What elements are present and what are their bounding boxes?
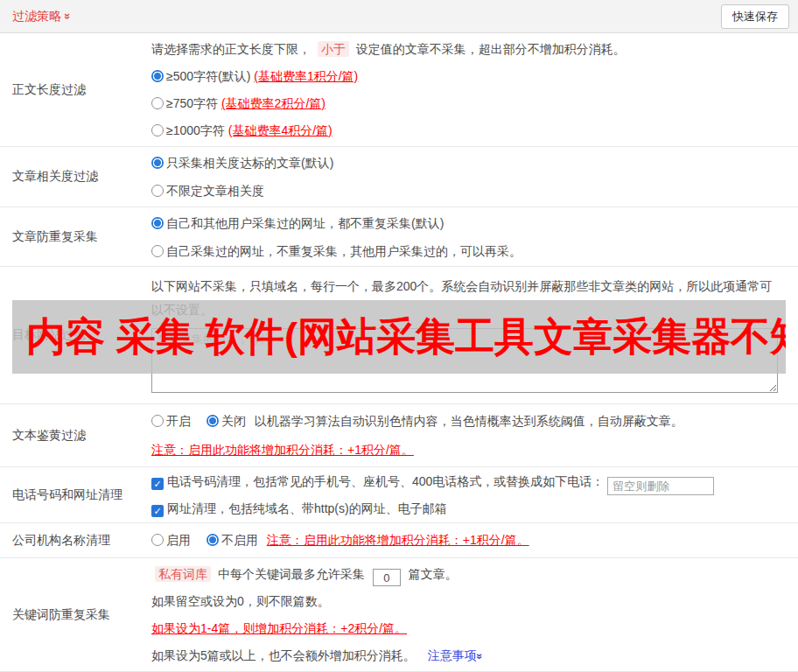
option-label: 不限定文章相关度 (166, 184, 264, 198)
section-header-filter-strategy[interactable]: 过滤策略 » (12, 9, 71, 24)
radio-option-relevance-only[interactable]: 只采集相关度达标的文章(默认) (151, 149, 784, 177)
checkbox-checked-icon[interactable]: ✓ (151, 505, 164, 517)
radio-option-porn-on[interactable]: 开启 (151, 414, 191, 428)
porn-filter-description: 以机器学习算法自动识别色情内容，当色情概率达到系统阈值，自动屏蔽文章。 (255, 414, 683, 428)
limit-text-mid: 中每个关键词最多允许采集 (218, 567, 365, 581)
option-label: 开启 (166, 414, 191, 428)
option-label: 网址清理，包括纯域名、带http(s)的网址、电子邮箱 (167, 501, 447, 515)
radio-checked-icon[interactable] (206, 415, 219, 427)
checkbox-option-url-cleanup[interactable]: ✓网址清理，包括纯域名、带http(s)的网址、电子邮箱 (151, 495, 784, 522)
base-rate-note: (基础费率2积分/篇) (221, 96, 326, 110)
target-sites-description: 以下网站不采集，只填域名，每行一个，最多200个。系统会自动识别并屏蔽那些非文章… (151, 275, 784, 322)
radio-option-company-off[interactable]: 不启用 (206, 533, 258, 547)
option-label: 不启用 (221, 533, 258, 547)
row-label-relevance: 文章相关度过滤 (0, 169, 151, 185)
note-text: 如果设为5篇或以上，也不会额外增加积分消耗。 (151, 648, 416, 662)
row-relevance-filter: 文章相关度过滤 只采集相关度达标的文章(默认) 不限定文章相关度 (0, 147, 798, 207)
radio-unchecked-icon[interactable] (151, 245, 164, 257)
notice-link[interactable]: 注意事项» (428, 648, 483, 662)
checkbox-checked-icon[interactable]: ✓ (151, 478, 164, 490)
radio-unchecked-icon[interactable] (151, 415, 164, 427)
notice-link-label: 注意事项 (428, 648, 477, 662)
intro-prefix: 请选择需求的正文长度下限， (151, 42, 311, 56)
chevron-double-down-icon: » (62, 13, 74, 19)
row-label-company-cleanup: 公司机构名称清理 (0, 533, 151, 549)
row-content-length-filter: 正文长度过滤 请选择需求的正文长度下限， 小于 设定值的文章不采集，超出部分不增… (0, 33, 798, 147)
option-label: 启用 (166, 533, 191, 547)
row-label-content-length: 正文长度过滤 (0, 82, 151, 98)
option-label: ≥750字符 (166, 96, 218, 110)
row-company-name-cleanup: 公司机构名称清理 启用 不启用 注意：启用此功能将增加积分消耗：+1积分/篇。 (0, 523, 798, 558)
radio-option-porn-off[interactable]: 关闭 (206, 414, 246, 428)
radio-unchecked-icon[interactable] (151, 97, 164, 109)
checkbox-option-phone-cleanup[interactable]: ✓电话号码清理，包括常见的手机号、座机号、400电话格式，或替换成如下电话： (151, 468, 784, 495)
option-label: 自己采集过的网址，不重复采集，其他用户采集过的，可以再采。 (166, 244, 522, 258)
row-target-site-filter: 目标网站过滤 以下网站不采集，只填域名，每行一个，最多200个。系统会自动识别并… (0, 267, 798, 404)
option-label: 只采集相关度达标的文章(默认) (166, 156, 333, 170)
radio-option-dedup-all-users[interactable]: 自己和其他用户采集过的网址，都不重复采集(默认) (151, 209, 784, 237)
porn-filter-cost-note: 注意：启用此功能将增加积分消耗：+1积分/篇。 (151, 436, 784, 465)
radio-option-company-on[interactable]: 启用 (151, 533, 191, 547)
row-phone-url-cleanup: 电话号码和网址清理 ✓电话号码清理，包括常见的手机号、座机号、400电话格式，或… (0, 467, 798, 523)
radio-unchecked-icon[interactable] (151, 534, 164, 546)
option-label: 电话号码清理，包括常见的手机号、座机号、400电话格式，或替换成如下电话： (167, 474, 604, 488)
content-length-intro: 请选择需求的正文长度下限， 小于 设定值的文章不采集，超出部分不增加积分消耗。 (151, 36, 784, 63)
row-label-keyword-dedup: 关键词防重复采集 (0, 607, 151, 623)
option-label: ≥500字符(默认) (166, 69, 250, 83)
radio-option-1000-chars[interactable]: ≥1000字符 (基础费率4积分/篇) (151, 117, 784, 144)
blocked-domains-textarea[interactable] (151, 328, 778, 393)
radio-option-relevance-any[interactable]: 不限定文章相关度 (151, 177, 784, 205)
keyword-note-zero: 如果留空或设为0，则不限篇数。 (151, 588, 784, 615)
row-keyword-dedup: 关键词防重复采集 私有词库 中每个关键词最多允许采集 篇文章。 如果留空或设为0… (0, 558, 798, 672)
radio-unchecked-icon[interactable] (151, 185, 164, 197)
row-label-target-sites: 目标网站过滤 (0, 267, 151, 403)
row-label-phone-url: 电话号码和网址清理 (0, 487, 151, 503)
company-cleanup-cost-note: 注意：启用此功能将增加积分消耗：+1积分/篇。 (267, 533, 529, 547)
top-bar: 过滤策略 » 快速保存 (0, 0, 798, 33)
keyword-note-five-plus: 如果设为5篇或以上，也不会额外增加积分消耗。 注意事项» (151, 642, 784, 669)
radio-option-dedup-self-only[interactable]: 自己采集过的网址，不重复采集，其他用户采集过的，可以再采。 (151, 237, 784, 265)
option-label: 关闭 (221, 414, 246, 428)
private-thesaurus-link[interactable]: 私有词库 (155, 566, 211, 582)
radio-option-750-chars[interactable]: ≥750字符 (基础费率2积分/篇) (151, 90, 784, 117)
radio-checked-icon[interactable] (206, 534, 219, 546)
max-articles-input[interactable] (373, 569, 401, 586)
radio-checked-icon[interactable] (151, 157, 164, 169)
less-than-badge: 小于 (318, 41, 349, 57)
intro-suffix: 设定值的文章不采集，超出部分不增加积分消耗。 (356, 42, 626, 56)
option-label: ≥1000字符 (166, 123, 225, 137)
option-label: 自己和其他用户采集过的网址，都不重复采集(默认) (166, 216, 444, 230)
keyword-limit-line: 私有词库 中每个关键词最多允许采集 篇文章。 (151, 561, 784, 588)
quick-save-button[interactable]: 快速保存 (721, 4, 789, 29)
base-rate-note: (基础费率1积分/篇) (254, 69, 358, 83)
base-rate-note: (基础费率4积分/篇) (228, 123, 332, 137)
row-porn-filter: 文本鉴黄过滤 开启 关闭 以机器学习算法自动识别色情内容，当色情概率达到系统阈值… (0, 404, 798, 467)
keyword-note-cost: 如果设为1-4篇，则增加积分消耗：+2积分/篇。 (151, 615, 784, 642)
replacement-phone-input[interactable] (607, 477, 714, 495)
row-label-dedup: 文章防重复采集 (0, 229, 151, 245)
row-dedup-collection: 文章防重复采集 自己和其他用户采集过的网址，都不重复采集(默认) 自己采集过的网… (0, 207, 798, 267)
chevron-double-down-icon: » (474, 653, 485, 659)
radio-checked-icon[interactable] (151, 217, 164, 229)
radio-unchecked-icon[interactable] (151, 124, 164, 136)
filter-strategy-page: 过滤策略 » 快速保存 正文长度过滤 请选择需求的正文长度下限， 小于 设定值的… (0, 0, 798, 672)
limit-text-suffix: 篇文章。 (409, 567, 458, 581)
radio-option-500-chars[interactable]: ≥500字符(默认) (基础费率1积分/篇) (151, 63, 784, 90)
page-title: 过滤策略 (12, 9, 61, 24)
radio-checked-icon[interactable] (151, 70, 164, 82)
row-label-porn-filter: 文本鉴黄过滤 (0, 428, 151, 444)
